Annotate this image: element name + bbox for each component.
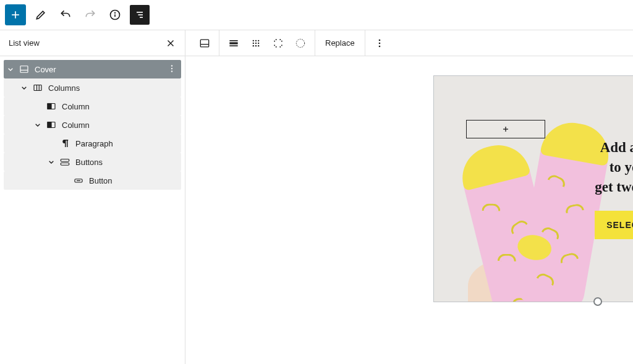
tree-label: Button [85,176,177,185]
buttons-block-icon [59,156,70,167]
full-height-icon [272,37,284,49]
redo-icon [84,9,96,21]
headline-line-2: to your cart and [610,159,633,175]
svg-rect-26 [200,40,208,47]
details-button[interactable] [105,5,125,25]
list-view-icon [134,9,146,21]
duotone-icon [294,37,307,49]
svg-point-40 [296,39,304,47]
close-icon [165,38,176,49]
button-block-icon [73,175,84,186]
svg-point-33 [258,40,259,41]
undo-button[interactable] [56,5,75,25]
tree-item-columns[interactable]: Columns [4,78,181,97]
tree-item-buttons[interactable]: Buttons [4,153,181,171]
full-height-button[interactable] [269,34,287,53]
tree-label: Columns [45,83,177,93]
more-vertical-icon [373,37,386,49]
headline-line-1: Add a pair of socks [600,140,633,155]
list-view-panel: List view Cover Columns [0,30,185,364]
tree-label: Cover [31,65,166,74]
svg-rect-23 [61,163,69,166]
cover-block[interactable]: Add a pair of socks to your cart and get… [433,75,633,302]
chevron-down-icon [33,120,43,130]
tree-label: Column [58,121,177,130]
headline-line-3: get two more for free [595,179,633,195]
tree-item-more-button[interactable] [166,63,177,76]
redo-button[interactable] [80,5,100,25]
svg-point-34 [253,42,254,43]
block-tree: Cover Columns Column Column [0,56,185,193]
editor-canvas[interactable]: Add a pair of socks to your cart and get… [185,56,633,364]
tree-item-button[interactable]: Button [4,171,181,190]
chevron-down-icon [46,157,56,167]
svg-point-37 [253,45,254,46]
list-view-header: List view [0,30,185,56]
svg-point-31 [253,40,254,41]
info-icon [109,9,121,21]
column-appender[interactable] [466,120,545,138]
plus-icon [9,9,22,21]
tree-item-paragraph[interactable]: Paragraph [4,134,181,153]
cover-headline[interactable]: Add a pair of socks to your cart and get… [578,138,633,198]
content-position-button[interactable] [247,34,265,53]
align-icon [227,37,240,49]
cover-block-icon [19,64,30,75]
svg-rect-21 [48,122,51,128]
tree-label: Column [58,102,177,111]
paragraph-block-icon [59,138,70,149]
column-block-icon [46,119,57,130]
svg-point-41 [378,39,380,41]
block-type-button[interactable] [195,34,214,53]
block-inserter-button[interactable] [5,4,26,25]
svg-rect-22 [61,159,69,162]
svg-point-36 [258,42,259,43]
tree-label: Paragraph [72,139,177,148]
align-button[interactable] [224,34,243,53]
undo-icon [59,9,72,21]
svg-point-39 [258,45,259,46]
svg-rect-15 [34,85,41,91]
svg-point-4 [115,12,116,13]
svg-point-35 [255,42,257,43]
block-more-options-button[interactable] [370,34,389,53]
columns-block-icon [32,82,43,93]
list-view-toggle[interactable] [130,5,150,25]
svg-point-38 [255,45,257,46]
close-list-view-button[interactable] [165,38,176,49]
svg-point-12 [171,65,172,66]
tools-button[interactable] [31,5,51,25]
column-block-icon [46,101,57,112]
duotone-button[interactable] [291,34,310,53]
block-toolbar: Replace [185,30,633,56]
svg-rect-19 [48,104,51,109]
replace-media-button[interactable]: Replace [320,38,360,48]
select-color-button[interactable]: SELECT COLOR [595,211,633,239]
tree-item-column-2[interactable]: Column [4,116,181,134]
focal-point-handle[interactable] [593,297,602,306]
chevron-down-icon [19,83,29,93]
grid-position-icon [250,37,262,49]
plus-icon [501,124,511,134]
svg-point-14 [171,70,172,72]
more-vertical-icon [166,63,177,74]
pencil-icon [35,9,47,21]
editor-top-toolbar [0,0,633,30]
svg-point-32 [255,40,257,41]
editor-canvas-wrap: Replace [185,30,633,364]
tree-label: Buttons [72,158,177,167]
cover-block-icon [198,37,211,49]
svg-point-42 [378,42,380,44]
tree-item-cover[interactable]: Cover [4,60,181,78]
cta-label: SELECT COLOR [606,220,633,230]
svg-rect-10 [20,66,28,73]
tree-item-column-1[interactable]: Column [4,97,181,116]
chevron-down-icon [6,64,15,74]
svg-point-13 [171,67,172,69]
list-view-title: List view [9,38,40,48]
svg-point-43 [378,45,380,47]
